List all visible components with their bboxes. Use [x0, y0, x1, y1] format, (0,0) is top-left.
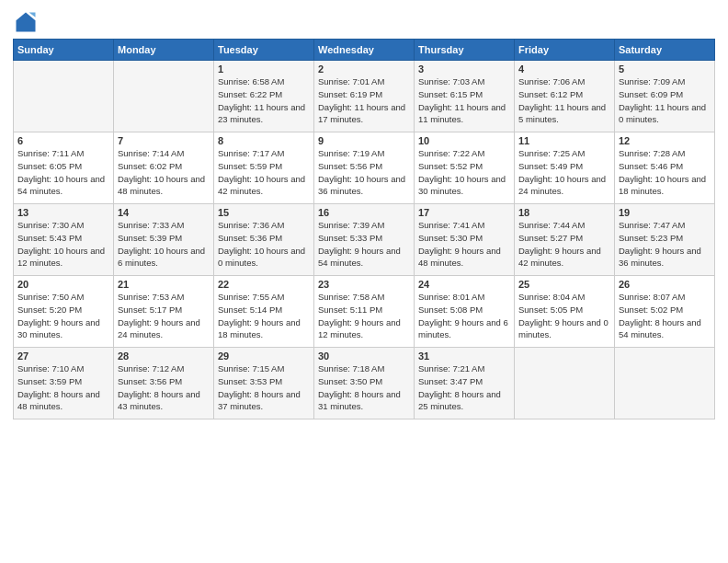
calendar-cell: 10Sunrise: 7:22 AMSunset: 5:52 PMDayligh… [415, 132, 515, 204]
calendar-cell: 24Sunrise: 8:01 AMSunset: 5:08 PMDayligh… [415, 276, 515, 348]
sunrise-text: Sunrise: 7:18 AM [318, 363, 384, 373]
calendar-cell: 12Sunrise: 7:28 AMSunset: 5:46 PMDayligh… [615, 132, 715, 204]
calendar-cell [615, 348, 715, 419]
sunrise-text: Sunrise: 7:28 AM [619, 148, 685, 158]
day-info: Sunrise: 7:06 AMSunset: 6:12 PMDaylight:… [518, 75, 610, 126]
sunset-text: Sunset: 6:02 PM [118, 161, 182, 171]
svg-marker-0 [17, 13, 36, 32]
col-header-thursday: Thursday [415, 40, 515, 61]
calendar-cell: 25Sunrise: 8:04 AMSunset: 5:05 PMDayligh… [515, 276, 615, 348]
sunset-text: Sunset: 5:17 PM [118, 304, 182, 315]
day-info: Sunrise: 7:44 AMSunset: 5:27 PMDaylight:… [518, 219, 610, 270]
daylight-text: Daylight: 11 hours and 17 minutes. [318, 102, 405, 125]
sunrise-text: Sunrise: 7:58 AM [318, 292, 384, 302]
sunrise-text: Sunrise: 7:01 AM [318, 76, 384, 86]
sunset-text: Sunset: 5:30 PM [418, 233, 483, 243]
daylight-text: Daylight: 11 hours and 11 minutes. [418, 102, 506, 125]
calendar-cell: 1Sunrise: 6:58 AMSunset: 6:22 PMDaylight… [214, 61, 314, 132]
calendar-cell: 8Sunrise: 7:17 AMSunset: 5:59 PMDaylight… [214, 132, 314, 204]
calendar-cell: 15Sunrise: 7:36 AMSunset: 5:36 PMDayligh… [214, 204, 314, 276]
day-info: Sunrise: 7:58 AMSunset: 5:11 PMDaylight:… [318, 291, 410, 341]
day-number: 14 [118, 207, 210, 218]
day-info: Sunrise: 7:21 AMSunset: 3:47 PMDaylight:… [418, 362, 510, 413]
day-info: Sunrise: 7:09 AMSunset: 6:09 PMDaylight:… [619, 75, 711, 126]
sunrise-text: Sunrise: 7:12 AM [118, 363, 184, 373]
daylight-text: Daylight: 8 hours and 48 minutes. [17, 389, 100, 412]
day-info: Sunrise: 7:36 AMSunset: 5:36 PMDaylight:… [218, 219, 310, 270]
day-info: Sunrise: 7:22 AMSunset: 5:52 PMDaylight:… [418, 147, 510, 198]
calendar-cell: 21Sunrise: 7:53 AMSunset: 5:17 PMDayligh… [114, 276, 214, 348]
day-number: 18 [518, 207, 610, 218]
sunset-text: Sunset: 6:15 PM [418, 89, 483, 99]
daylight-text: Daylight: 11 hours and 5 minutes. [518, 102, 606, 125]
sunrise-text: Sunrise: 8:04 AM [518, 292, 585, 302]
calendar-cell: 3Sunrise: 7:03 AMSunset: 6:15 PMDaylight… [415, 61, 515, 132]
sunset-text: Sunset: 5:39 PM [118, 233, 182, 243]
col-header-tuesday: Tuesday [214, 40, 314, 61]
sunrise-text: Sunrise: 7:14 AM [118, 148, 184, 158]
daylight-text: Daylight: 10 hours and 6 minutes. [118, 246, 205, 269]
calendar-cell: 28Sunrise: 7:12 AMSunset: 3:56 PMDayligh… [114, 348, 214, 419]
sunrise-text: Sunrise: 7:21 AM [418, 363, 484, 373]
daylight-text: Daylight: 11 hours and 0 minutes. [619, 102, 706, 125]
sunrise-text: Sunrise: 7:55 AM [218, 292, 284, 302]
daylight-text: Daylight: 10 hours and 0 minutes. [218, 246, 305, 269]
calendar-cell: 27Sunrise: 7:10 AMSunset: 3:59 PMDayligh… [14, 348, 114, 419]
sunrise-text: Sunrise: 7:41 AM [418, 220, 484, 230]
sunset-text: Sunset: 6:19 PM [318, 89, 382, 99]
day-number: 27 [17, 350, 109, 362]
sunset-text: Sunset: 5:49 PM [518, 161, 583, 171]
day-number: 6 [17, 135, 109, 146]
day-number: 28 [118, 350, 210, 362]
calendar-cell: 4Sunrise: 7:06 AMSunset: 6:12 PMDaylight… [515, 61, 615, 132]
logo [13, 9, 40, 35]
sunset-text: Sunset: 5:11 PM [318, 304, 382, 315]
calendar-cell: 29Sunrise: 7:15 AMSunset: 3:53 PMDayligh… [214, 348, 314, 419]
day-info: Sunrise: 7:12 AMSunset: 3:56 PMDaylight:… [118, 362, 210, 413]
day-info: Sunrise: 7:01 AMSunset: 6:19 PMDaylight:… [318, 75, 410, 126]
sunset-text: Sunset: 3:47 PM [418, 376, 483, 386]
calendar-cell [114, 61, 214, 132]
day-number: 31 [418, 350, 510, 362]
day-number: 22 [218, 279, 310, 290]
sunrise-text: Sunrise: 7:33 AM [118, 220, 184, 230]
daylight-text: Daylight: 8 hours and 54 minutes. [619, 317, 701, 340]
day-info: Sunrise: 7:17 AMSunset: 5:59 PMDaylight:… [218, 147, 310, 198]
daylight-text: Daylight: 9 hours and 24 minutes. [118, 317, 200, 340]
calendar-cell: 18Sunrise: 7:44 AMSunset: 5:27 PMDayligh… [515, 204, 615, 276]
day-number: 21 [118, 279, 210, 290]
day-info: Sunrise: 7:18 AMSunset: 3:50 PMDaylight:… [318, 362, 410, 413]
day-number: 15 [218, 207, 310, 218]
sunset-text: Sunset: 5:08 PM [418, 304, 483, 315]
day-number: 24 [418, 279, 510, 290]
day-number: 1 [218, 63, 310, 75]
day-info: Sunrise: 7:53 AMSunset: 5:17 PMDaylight:… [118, 291, 210, 341]
day-number: 3 [418, 63, 510, 75]
daylight-text: Daylight: 9 hours and 18 minutes. [218, 317, 301, 340]
sunset-text: Sunset: 5:43 PM [17, 233, 82, 243]
calendar-cell: 22Sunrise: 7:55 AMSunset: 5:14 PMDayligh… [214, 276, 314, 348]
sunset-text: Sunset: 5:27 PM [518, 233, 583, 243]
day-number: 16 [318, 207, 410, 218]
daylight-text: Daylight: 8 hours and 31 minutes. [318, 389, 401, 412]
sunset-text: Sunset: 5:46 PM [619, 161, 683, 171]
sunrise-text: Sunrise: 7:15 AM [218, 363, 284, 373]
day-info: Sunrise: 7:33 AMSunset: 5:39 PMDaylight:… [118, 219, 210, 270]
sunrise-text: Sunrise: 6:58 AM [218, 76, 284, 86]
daylight-text: Daylight: 9 hours and 12 minutes. [318, 317, 401, 340]
sunset-text: Sunset: 5:52 PM [418, 161, 483, 171]
calendar-cell: 2Sunrise: 7:01 AMSunset: 6:19 PMDaylight… [314, 61, 415, 132]
sunrise-text: Sunrise: 7:36 AM [218, 220, 284, 230]
daylight-text: Daylight: 9 hours and 0 minutes. [518, 317, 609, 340]
day-info: Sunrise: 7:30 AMSunset: 5:43 PMDaylight:… [17, 219, 109, 270]
sunrise-text: Sunrise: 7:19 AM [318, 148, 384, 158]
daylight-text: Daylight: 9 hours and 6 minutes. [418, 317, 508, 340]
daylight-text: Daylight: 9 hours and 54 minutes. [318, 246, 401, 269]
day-info: Sunrise: 7:10 AMSunset: 3:59 PMDaylight:… [17, 362, 109, 413]
daylight-text: Daylight: 10 hours and 24 minutes. [518, 174, 606, 197]
day-info: Sunrise: 7:39 AMSunset: 5:33 PMDaylight:… [318, 219, 410, 270]
sunrise-text: Sunrise: 8:01 AM [418, 292, 484, 302]
day-number: 4 [518, 63, 610, 75]
sunset-text: Sunset: 6:22 PM [218, 89, 282, 99]
daylight-text: Daylight: 9 hours and 36 minutes. [619, 246, 701, 269]
